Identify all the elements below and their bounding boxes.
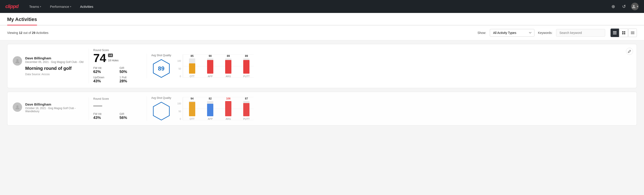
svg-point-12 [16,59,18,61]
stat-1putt-label: 1 Putt [120,76,142,79]
filter-bar: Viewing 12 out of 29 Activities Show: Al… [0,26,644,40]
svg-rect-9 [631,32,634,33]
bar-ott-fill [189,63,195,74]
brand-logo: clippd [5,4,18,9]
nav-label-activities: Activities [80,5,93,8]
nav-item-activities[interactable]: Activities [76,3,97,10]
bar-app-track [207,58,213,74]
svg-rect-2 [613,32,616,33]
bar-ott-track [189,58,195,74]
stats-grid: FW Hit 62% GIR 50% Up/Down 43% 1 Putt 28… [93,66,142,84]
bar-ott-track [189,101,195,116]
total-number: 29 [32,31,36,34]
avg-shot-quality-label: Avg Shot Quality [151,96,171,100]
stat-fw-hit-value: 62% [93,70,116,74]
avg-shot-quality-section: Avg Shot Quality 89 100 50 0 [146,54,258,78]
out-of-text: out of [23,31,31,34]
svg-rect-5 [624,31,625,32]
stat-updown-value: 43% [93,79,116,84]
user-avatar-button[interactable]: ▾ [631,3,639,10]
round-score-section: Round Score — FW Hit 43% GIR 56% [88,97,146,120]
bar-putt-value: 89 [245,54,248,58]
avatar [13,56,22,66]
hexagon-shape: 89 [152,59,171,78]
search-input[interactable] [556,29,605,36]
bar-app-value: 90 [209,54,212,58]
stat-item: Up/Down 43% [93,76,116,84]
bar-putt-track [243,101,250,116]
bar-putt-value: 87 [245,97,248,100]
shot-quality-hexagon: Avg Shot Quality [151,96,171,121]
y-label-100: 100 [176,102,181,105]
stat-item: FW Hit 62% [93,66,116,74]
user-date: October 16, 2021 · Gog Magog Golf Club -… [25,107,88,113]
stat-item: FW Hit 43% [93,112,116,120]
hexagon-shape [152,101,171,121]
shot-quality-hexagon: Avg Shot Quality 89 [151,54,171,78]
activity-card: Dave Billingham December 05, 2021 · Gog … [7,44,637,88]
compact-view-button[interactable] [628,28,637,37]
nav-item-performance[interactable]: Performance ▾ [46,3,75,10]
bar-putt-fill [243,60,250,74]
score-value: — [93,101,102,110]
grid-view-button[interactable] [620,28,628,37]
bar-app-fill [207,104,213,116]
stat-gir-value: 50% [120,70,142,74]
activity-type-select[interactable]: All Activity Types [490,29,534,36]
svg-rect-11 [631,34,634,34]
avg-shot-quality-section: Avg Shot Quality 100 50 0 [146,96,258,121]
stat-gir-label: GIR [120,112,142,116]
refresh-button[interactable]: ↺ [620,3,628,10]
user-date: December 05, 2021 · Gog Magog Golf Club … [25,60,84,64]
bar-arg-track [225,101,232,116]
avatar [13,102,22,112]
edit-button[interactable] [626,48,633,55]
viewing-count: Viewing 12 out of 29 Activities [7,31,474,34]
add-button[interactable]: ⊕ [610,3,617,10]
score-value: 74 [93,52,106,64]
stat-fw-hit-label: FW Hit [93,66,116,70]
svg-rect-4 [622,31,624,32]
svg-rect-10 [631,33,634,34]
svg-rect-3 [613,34,616,34]
count-number: 12 [19,31,22,34]
view-toggles [610,28,637,37]
stat-item: 1 Putt 28% [120,76,142,84]
bar-arg-fill [225,101,232,116]
nav-items: Teams ▾ Performance ▾ Activities [26,3,610,10]
round-score-label: Round Score [93,49,142,52]
svg-point-14 [16,105,18,108]
nav-label-performance: Performance [50,5,69,8]
list-view-button[interactable] [610,28,619,37]
nav-label-teams: Teams [29,5,39,8]
y-label-50: 50 [176,110,181,113]
keywords-label: Keywords: [538,31,552,34]
bar-app-value: 82 [209,97,212,100]
y-label-100: 100 [176,60,181,62]
shot-quality-chart: 100 50 0 85 [176,54,254,78]
user-info: Dave Billingham October 16, 2021 · Gog M… [25,102,88,115]
nav-right: ⊕ ↺ ▾ [610,3,639,10]
bar-ott-fill [189,102,195,116]
activity-title: Morning round of golf [25,66,84,71]
bar-arg-value: 89 [227,54,230,58]
bar-ott-value: 94 [190,97,194,100]
stat-updown-label: Up/Down [93,76,116,79]
round-score-section: Round Score 74 +4 18 Holes FW Hit 62% GI… [88,49,146,84]
show-label: Show: [478,31,486,34]
page-title: My Activities [7,16,37,25]
holes-label: 18 Holes [108,59,118,62]
nav-item-teams[interactable]: Teams ▾ [26,3,45,10]
svg-rect-8 [631,32,634,32]
bar-putt-track [243,58,250,74]
svg-rect-1 [613,31,616,32]
stats-grid: FW Hit 43% GIR 56% [93,112,142,120]
bar-ott-value: 85 [190,54,194,58]
chevron-down-icon: ▾ [70,5,71,8]
navbar: clippd Teams ▾ Performance ▾ Activities … [0,0,644,13]
score-badge: +4 [108,54,113,57]
stat-fw-hit-label: FW Hit [93,112,116,116]
user-name: Dave Billingham [25,56,84,60]
stat-gir-value: 56% [120,116,142,120]
svg-rect-7 [624,33,625,34]
